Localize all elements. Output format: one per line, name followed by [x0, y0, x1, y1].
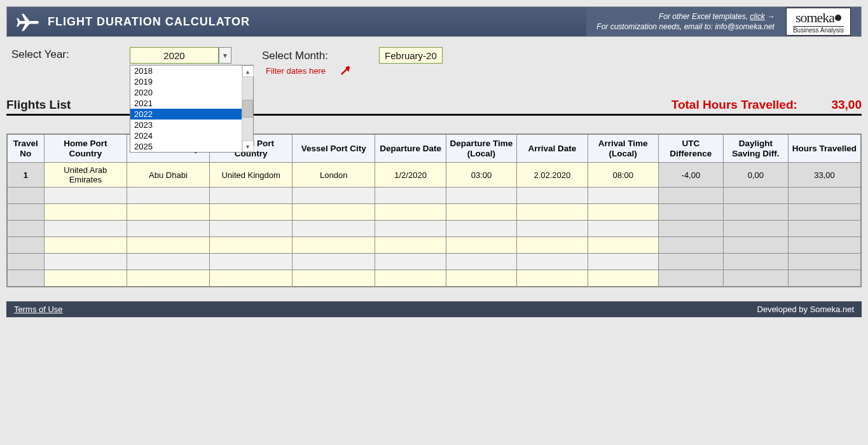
cell[interactable]: [375, 270, 446, 287]
cell[interactable]: [210, 254, 293, 270]
dropdown-button[interactable]: ▼: [219, 47, 231, 64]
scroll-thumb[interactable]: [242, 100, 253, 118]
cell[interactable]: [446, 204, 516, 221]
cell[interactable]: [658, 237, 723, 254]
cell[interactable]: [723, 237, 788, 254]
cell[interactable]: [8, 204, 45, 221]
dropdown-scrollbar[interactable]: ▴ ▾: [242, 65, 253, 152]
cell[interactable]: 03:00: [446, 163, 516, 188]
cell[interactable]: [8, 221, 45, 237]
cell[interactable]: [658, 270, 723, 287]
cell[interactable]: [127, 237, 209, 254]
table-row[interactable]: [8, 204, 861, 221]
dropdown-option[interactable]: 2022: [130, 109, 242, 120]
cell[interactable]: [658, 204, 723, 221]
year-select[interactable]: 2020 ▼ 20182019202020212022202320242025 …: [130, 47, 219, 64]
cell[interactable]: [517, 204, 588, 221]
cell[interactable]: [293, 254, 375, 270]
scroll-up-icon[interactable]: ▴: [242, 65, 254, 77]
terms-link[interactable]: Terms of Use: [14, 305, 63, 314]
cell[interactable]: [517, 188, 588, 204]
cell[interactable]: [446, 270, 516, 287]
cell[interactable]: [8, 254, 45, 270]
cell[interactable]: [293, 188, 375, 204]
cell[interactable]: [588, 188, 658, 204]
table-row[interactable]: [8, 254, 861, 270]
dropdown-option[interactable]: 2025: [130, 141, 242, 152]
year-value[interactable]: 2020: [130, 47, 219, 64]
cell[interactable]: [210, 221, 293, 237]
cell[interactable]: [8, 237, 45, 254]
cell[interactable]: [210, 204, 293, 221]
cell[interactable]: [446, 188, 516, 204]
cell[interactable]: [517, 237, 588, 254]
cell[interactable]: Abu Dhabi: [127, 163, 209, 188]
cell[interactable]: [788, 221, 860, 237]
cell[interactable]: [375, 237, 446, 254]
table-row[interactable]: [8, 237, 861, 254]
dropdown-option[interactable]: 2020: [130, 87, 242, 98]
cell[interactable]: [44, 254, 127, 270]
templates-link[interactable]: click: [750, 12, 764, 21]
dropdown-list[interactable]: 20182019202020212022202320242025: [130, 65, 242, 152]
cell[interactable]: 1/2/2020: [375, 163, 446, 188]
cell[interactable]: [210, 188, 293, 204]
cell[interactable]: [44, 204, 127, 221]
cell[interactable]: [293, 270, 375, 287]
cell[interactable]: [588, 204, 658, 221]
cell[interactable]: [127, 204, 209, 221]
cell[interactable]: [127, 270, 209, 287]
cell[interactable]: [127, 188, 209, 204]
cell[interactable]: [588, 254, 658, 270]
table-row[interactable]: [8, 221, 861, 237]
table-row[interactable]: [8, 270, 861, 287]
cell[interactable]: [723, 204, 788, 221]
cell[interactable]: [127, 221, 209, 237]
cell[interactable]: [446, 237, 516, 254]
cell[interactable]: [375, 221, 446, 237]
cell[interactable]: [517, 254, 588, 270]
cell[interactable]: [375, 188, 446, 204]
cell[interactable]: [517, 221, 588, 237]
dropdown-option[interactable]: 2023: [130, 120, 242, 130]
cell[interactable]: [788, 204, 860, 221]
cell[interactable]: United Arab Emirates: [44, 163, 127, 188]
cell[interactable]: [44, 237, 127, 254]
cell[interactable]: 2.02.2020: [517, 163, 588, 188]
table-row[interactable]: 1United Arab EmiratesAbu DhabiUnited Kin…: [8, 163, 861, 188]
cell[interactable]: [210, 270, 293, 287]
cell[interactable]: [658, 254, 723, 270]
cell[interactable]: [658, 221, 723, 237]
cell[interactable]: [375, 204, 446, 221]
cell[interactable]: [723, 254, 788, 270]
cell[interactable]: [446, 221, 516, 237]
cell[interactable]: [723, 270, 788, 287]
cell[interactable]: [658, 188, 723, 204]
cell[interactable]: [788, 237, 860, 254]
cell[interactable]: [210, 237, 293, 254]
cell[interactable]: [293, 204, 375, 221]
cell[interactable]: [517, 270, 588, 287]
cell[interactable]: [446, 254, 516, 270]
cell[interactable]: [588, 221, 658, 237]
cell[interactable]: London: [293, 163, 375, 188]
cell[interactable]: [375, 254, 446, 270]
cell[interactable]: 0,00: [723, 163, 788, 188]
dropdown-option[interactable]: 2021: [130, 98, 242, 109]
cell[interactable]: 33,00: [788, 163, 860, 188]
cell[interactable]: [44, 270, 127, 287]
cell[interactable]: [788, 254, 860, 270]
cell[interactable]: [588, 237, 658, 254]
month-value[interactable]: February-20: [379, 47, 443, 64]
cell[interactable]: [8, 188, 45, 204]
cell[interactable]: [723, 221, 788, 237]
cell[interactable]: [293, 237, 375, 254]
cell[interactable]: [788, 270, 860, 287]
cell[interactable]: 08:00: [588, 163, 658, 188]
dropdown-option[interactable]: 2024: [130, 130, 242, 141]
cell[interactable]: [44, 188, 127, 204]
dropdown-option[interactable]: 2019: [130, 76, 242, 87]
cell[interactable]: [788, 188, 860, 204]
year-dropdown[interactable]: 20182019202020212022202320242025 ▴ ▾: [130, 65, 254, 153]
scroll-track[interactable]: [242, 77, 253, 140]
